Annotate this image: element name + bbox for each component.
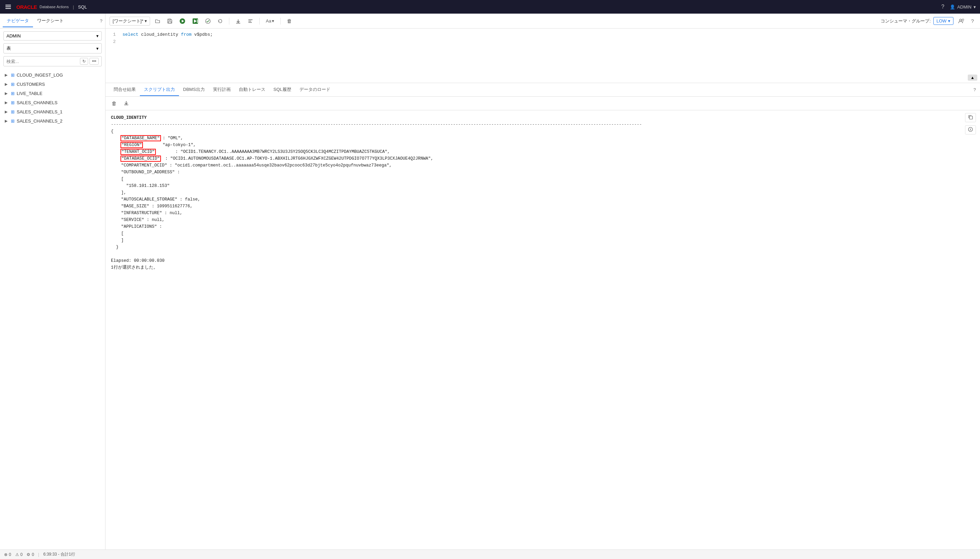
oracle-label: ORACLE: [16, 4, 37, 10]
tree-item-live-table[interactable]: ▶ ⊞ LIVE_TABLE: [0, 89, 105, 98]
error-count: 0: [9, 552, 11, 557]
fontsize-button[interactable]: Aa ▾: [264, 17, 276, 25]
schema-selector[interactable]: ADMIN ▾: [3, 31, 102, 41]
tab-autotrace[interactable]: 自動トレース: [235, 84, 269, 96]
type-selector[interactable]: 表 ▾: [3, 43, 102, 53]
svg-point-12: [960, 19, 962, 21]
rollback-button[interactable]: [215, 17, 225, 25]
sql-keyword-from: from: [181, 32, 191, 37]
info-icon: [968, 127, 973, 132]
results-content: CLOUD_IDENTITY -------------------------…: [106, 110, 980, 549]
sql-keyword-select: select: [122, 32, 139, 37]
output-heading: CLOUD_IDENTITY: [111, 116, 147, 120]
users-button[interactable]: [956, 17, 967, 25]
svg-point-7: [206, 19, 210, 23]
sidebar-tab-worksheet[interactable]: ワークシート: [33, 15, 68, 27]
run-button[interactable]: [177, 17, 188, 26]
sidebar-tabs: ナビゲータ ワークシート ?: [0, 13, 105, 28]
open-icon: [155, 18, 160, 24]
more-button[interactable]: •••: [89, 58, 99, 64]
format-button[interactable]: [246, 17, 255, 25]
topbar-user[interactable]: 👤 ADMIN ▾: [950, 5, 976, 10]
rows-selected-text: 1行が選択されました。: [111, 265, 158, 270]
sql-editor[interactable]: 1 2 select cloud_identity from v$pdbs; ▲: [106, 28, 980, 83]
results-download-icon: [124, 100, 129, 106]
consumer-group-selector[interactable]: LOW ▾: [934, 17, 954, 25]
topbar-user-name: ADMIN: [957, 5, 972, 10]
svg-rect-15: [970, 116, 972, 119]
sidebar-help-icon[interactable]: ?: [100, 18, 102, 23]
run-script-button[interactable]: [190, 17, 200, 26]
collapse-button[interactable]: ▲: [968, 74, 977, 81]
worksheet-tab-selector[interactable]: [ワークシート]* ▾: [110, 17, 150, 26]
topbar-app: Database Actions: [40, 5, 69, 9]
topbar-left: ORACLE Database Actions | SQL: [4, 3, 87, 10]
tree-item-label: CLOUD_INGEST_LOG: [16, 73, 63, 78]
fontsize-chevron: ▾: [272, 18, 274, 23]
sidebar-controls: ADMIN ▾ 表 ▾ ↻ •••: [0, 28, 105, 69]
open-button[interactable]: [153, 17, 162, 25]
refresh-button[interactable]: ↻: [80, 58, 88, 64]
schema-value: ADMIN: [7, 33, 21, 38]
tree-item-sales-channels-2[interactable]: ▶ ⊞ SALES_CHANNELS_2: [0, 116, 105, 126]
table-icon: ⊞: [11, 91, 15, 96]
search-input[interactable]: [7, 59, 78, 64]
tree-item-sales-channels[interactable]: ▶ ⊞ SALES_CHANNELS: [0, 98, 105, 107]
toolbar-separator-2: [259, 18, 260, 25]
run-script-icon: [192, 18, 198, 24]
search-box: ↻ •••: [3, 56, 102, 66]
editor-toolbar: [ワークシート]* ▾: [106, 13, 980, 28]
tab-data-load[interactable]: データのロード: [295, 84, 335, 96]
warning-icon: ⚠: [15, 552, 19, 557]
editor-area: [ワークシート]* ▾: [106, 13, 980, 549]
status-time: 6:39:33 - 合計1行: [43, 551, 75, 557]
sql-content[interactable]: select cloud_identity from v$pdbs;: [119, 31, 980, 46]
table-icon: ⊞: [11, 109, 15, 114]
output-text: CLOUD_IDENTITY -------------------------…: [106, 110, 980, 275]
highlighted-key-database-name: "DATABASE_NAME": [121, 136, 160, 141]
statusbar: ⊗ 0 ⚠ 0 ⚙ 0 | 6:39:33 - 合計1行: [0, 549, 980, 559]
status-settings: ⚙ 0: [26, 552, 34, 557]
settings-icon: ⚙: [26, 552, 30, 557]
tree-item-label: SALES_CHANNELS_1: [16, 109, 62, 114]
save-button[interactable]: [165, 17, 175, 25]
status-warnings: ⚠ 0: [15, 552, 23, 557]
sidebar-tree: ▶ ⊞ CLOUD_INGEST_LOG ▶ ⊞ CUSTOMERS ▶ ⊞ L…: [0, 69, 105, 549]
users-icon: [958, 18, 964, 24]
results-download-button[interactable]: [122, 99, 131, 108]
worksheet-tab-label: [ワークシート]*: [113, 18, 143, 24]
tab-query-results[interactable]: 問合せ結果: [110, 84, 140, 96]
tab-dbms-output[interactable]: DBMS出力: [179, 84, 209, 96]
expand-icon: ▶: [5, 91, 9, 96]
tab-script-output[interactable]: スクリプト出力: [140, 84, 179, 96]
sql-text-1: cloud_identity: [139, 32, 181, 37]
download-button[interactable]: [233, 17, 243, 25]
menu-icon[interactable]: [4, 3, 12, 10]
topbar: ORACLE Database Actions | SQL ? 👤 ADMIN …: [0, 0, 980, 13]
toolbar-separator-3: [280, 18, 281, 25]
tab-sql-history[interactable]: SQL履歴: [269, 84, 295, 96]
sql-text-2: v$pdbs;: [191, 32, 213, 37]
copy-button[interactable]: [965, 113, 976, 122]
save-icon: [167, 18, 173, 24]
clear-button[interactable]: 🗑: [285, 17, 294, 25]
commit-icon: [205, 18, 211, 24]
table-icon: ⊞: [11, 73, 15, 78]
results-tabs: 問合せ結果 スクリプト出力 DBMS出力 実行計画 自動トレース SQL履歴 デ…: [106, 83, 980, 97]
tree-item-sales-channels-1[interactable]: ▶ ⊞ SALES_CHANNELS_1: [0, 107, 105, 116]
download-icon: [236, 18, 241, 24]
tree-item-customers[interactable]: ▶ ⊞ CUSTOMERS: [0, 79, 105, 89]
tab-execution-plan[interactable]: 実行計画: [209, 84, 235, 96]
tree-item-cloud-ingest-log[interactable]: ▶ ⊞ CLOUD_INGEST_LOG: [0, 71, 105, 79]
sidebar-tab-navigator[interactable]: ナビゲータ: [3, 15, 33, 27]
info-button[interactable]: [965, 125, 976, 134]
results-help-icon[interactable]: ?: [973, 87, 976, 92]
copy-icon: [968, 115, 973, 119]
settings-count: 0: [31, 552, 34, 557]
topbar-help-icon[interactable]: ?: [941, 4, 944, 10]
toolbar-help-button[interactable]: ?: [969, 17, 976, 25]
results-delete-button[interactable]: 🗑: [110, 99, 119, 108]
highlighted-key-region: "REGION": [121, 143, 142, 147]
commit-button[interactable]: [203, 17, 213, 25]
worksheet-tab-chevron: ▾: [145, 18, 147, 23]
